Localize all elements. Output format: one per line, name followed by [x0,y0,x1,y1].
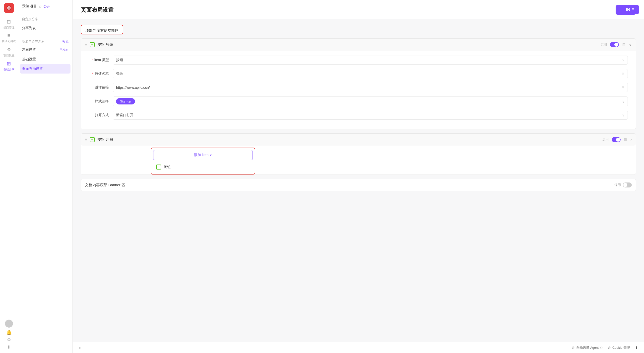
required-star-item-type: * [92,58,93,62]
open-type-value: 新窗口打开 [116,113,134,117]
agent-chevron: ◇ [600,346,603,349]
custom-share-section-label: 自定义分享 [18,13,72,24]
style-preview-button: Sign up [116,98,135,105]
auto-test-icon: ≡ [8,33,10,38]
svg-point-1 [8,7,10,9]
style-select-control[interactable]: Sign up ∨ [113,97,628,106]
publish-section-row: 整项目公开发布 预览 [18,37,72,45]
form-label-style: 样式选择 [89,99,109,104]
nav-item-publish-settings[interactable]: 发布设置 已发布 [18,45,72,55]
drag-handle-login[interactable]: ≡ [85,42,87,47]
item-card-left-register: ≡ ＋ 按钮 注册 [85,137,113,142]
download-icon[interactable]: ⬇ [7,344,11,350]
form-row-style: 样式选择 Sign up ∨ [89,97,628,106]
interface-mgmt-icon: ⊟ [7,19,11,25]
toggle-banner[interactable] [623,182,632,187]
nav-item-page-layout[interactable]: 页面布局设置 [20,64,70,74]
banner-section: 文档内容底部 Banner 区 停用 [81,179,636,191]
form-row-open-type: 打开方式 新窗口打开 ∨ [89,111,628,120]
delete-icon-register[interactable]: 🗑 [624,137,628,142]
add-item-dropdown: 添加 item ∨ ＋ 按钮 [151,148,255,175]
collapse-sidebar-button[interactable]: « [79,346,81,350]
item-label-login: 按钮 登录 [97,42,113,47]
bell-icon[interactable]: 🔔 [6,329,12,335]
auto-test-label: 自动化测试 [2,39,16,43]
add-icon-login[interactable]: ＋ [90,42,95,47]
item-label-register: 按钮 注册 [97,137,113,142]
upload-button[interactable]: ⬆ [635,345,638,350]
page-title: 页面布局设置 [81,6,114,14]
style-label-text: 样式选择 [95,99,109,103]
nav-sidebar: 示例项目 ◇ 公开 自定义分享 分享列表 整项目公开发布 预览 发布设置 已发布… [18,0,73,353]
top-nav-section-label: 顶部导航右侧功能区 [85,28,119,33]
sidebar-bottom: 🔔 ⚙ ⬇ [5,319,13,350]
sidebar-item-interface-mgmt[interactable]: ⊟ 接口管理 [2,17,16,31]
dropdown-button-icon: ＋ [156,165,161,170]
clear-jump-link[interactable]: ✕ [621,85,624,90]
sidebar-item-online-share[interactable]: ⊞ 在线分享 [2,59,16,73]
jump-link-input[interactable]: ✕ [113,83,628,92]
project-status: 公开 [44,4,50,9]
sidebar-item-auto-test[interactable]: ≡ 自动化测试 [2,31,16,45]
preview-action[interactable]: 预览 [62,40,68,44]
sidebar-item-project-settings[interactable]: ⚙ 项目设置 [2,45,16,59]
item-card-register: ≡ ＋ 按钮 注册 启用 🗑 › 添加 item ∨ ＋ 按钮 [81,133,636,175]
button-name-field[interactable] [116,72,621,76]
icon-sidebar: ⊟ 接口管理 ≡ 自动化测试 ⚙ 项目设置 ⊞ 在线分享 🔔 ⚙ ⬇ [0,0,18,353]
dropdown-option-button[interactable]: ＋ 按钮 [153,162,253,172]
item-card-right-register: 启用 🗑 › [602,137,632,142]
form-label-button-name: * 按钮名称 [89,72,109,76]
online-share-icon: ⊞ [7,61,11,67]
form-label-open-type: 打开方式 [89,113,109,117]
publish-section-title: 整项目公开发布 [22,40,44,44]
avatar[interactable] [5,319,13,327]
main-header: 页面布局设置 保 存 [73,0,644,19]
project-name: 示例项目 [22,4,37,9]
form-label-item-type: * item 类型 [89,58,109,62]
item-type-value: 按钮 [116,58,123,62]
add-item-button[interactable]: 添加 item ∨ [153,150,253,160]
item-card-left-login: ≡ ＋ 按钮 登录 [85,42,113,47]
upload-icon: ⬆ [635,345,638,350]
expand-icon-register[interactable]: › [630,137,632,142]
form-area-login: * item 类型 按钮 ∨ * 按钮名称 ✕ [81,51,636,129]
delete-icon-login[interactable]: 🗑 [622,42,626,47]
nav-divider-1 [18,35,72,35]
expand-icon-login[interactable]: ∨ [629,42,632,47]
publish-settings-label: 发布设置 [22,48,36,52]
toggle-register[interactable] [612,137,620,142]
open-type-control[interactable]: 新窗口打开 ∨ [113,111,628,120]
required-star-button-name: * [92,72,94,76]
cookie-manager[interactable]: ⊕ Cookie 管理 [608,345,630,350]
toggle-login[interactable] [610,42,619,47]
share-list-label: 分享列表 [22,26,36,31]
add-icon-register[interactable]: ＋ [90,137,95,142]
agent-label: 自动选择 Agent [576,345,599,350]
enable-label-login: 启用 [600,42,607,47]
cookie-icon: ⊕ [608,345,611,350]
jump-link-field[interactable] [116,86,621,90]
page-layout-label: 页面布局设置 [22,67,43,71]
nav-item-basic-settings[interactable]: 基础设置 [18,55,72,64]
collapse-icon: « [79,346,81,350]
form-row-jump-link: 跳转链接 ✕ [89,83,628,92]
drag-handle-register[interactable]: ≡ [85,137,87,142]
clear-button-name[interactable]: ✕ [621,71,624,76]
agent-selector[interactable]: ⊕ 自动选择 Agent ◇ [572,345,603,350]
settings-icon[interactable]: ⚙ [7,337,11,342]
button-name-input[interactable]: ✕ [113,69,628,78]
open-type-arrow: ∨ [622,113,624,117]
basic-settings-label: 基础设置 [22,57,36,62]
item-type-control[interactable]: 按钮 ∨ [113,56,628,65]
banner-status-label: 停用 [614,183,621,187]
main-body: 顶部导航右侧功能区 ≡ ＋ 按钮 登录 启用 🗑 ∨ [73,19,644,342]
project-settings-label: 项目设置 [4,54,14,57]
project-chevron[interactable]: ◇ [39,5,42,9]
interface-mgmt-label: 接口管理 [4,26,14,30]
bottom-bar: « ⊕ 自动选择 Agent ◇ ⊕ Cookie 管理 ⬆ [73,342,644,353]
project-settings-icon: ⚙ [7,47,11,53]
nav-item-share-list[interactable]: 分享列表 [18,24,72,33]
form-row-button-name: * 按钮名称 ✕ [89,69,628,78]
top-nav-section-highlight: 顶部导航右侧功能区 [81,25,123,35]
bottom-right-area: ⊕ 自动选择 Agent ◇ ⊕ Cookie 管理 ⬆ [572,345,638,350]
